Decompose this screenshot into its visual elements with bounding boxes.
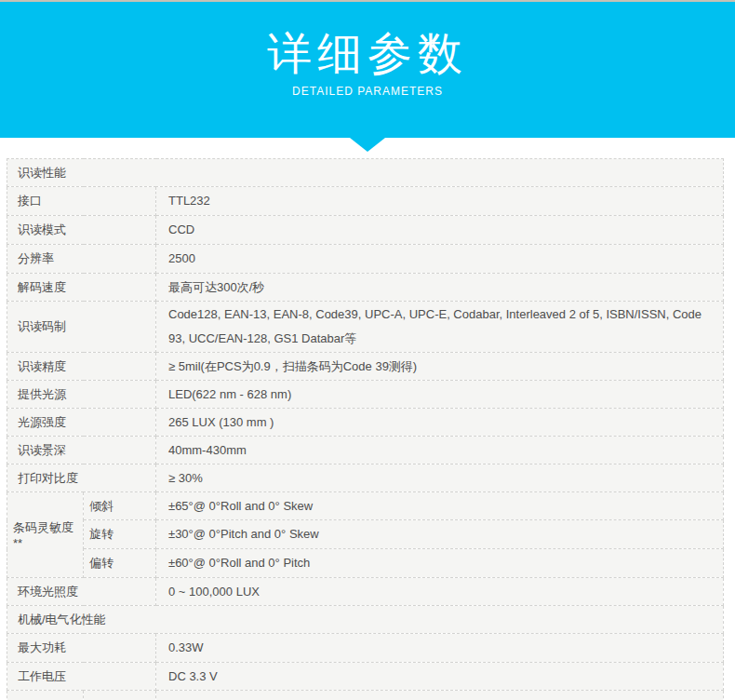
table-row: 分辨率 2500 — [7, 245, 724, 274]
spec-label: 识读景深 — [7, 437, 156, 464]
spec-value: ±30°@ 0°Pitch and 0° Skew — [156, 520, 724, 549]
spec-sub-label: 偏转 — [84, 549, 156, 578]
banner-arrow-down — [350, 138, 385, 152]
spec-value: ±60°@ 0°Roll and 0° Pitch — [156, 549, 724, 578]
spec-value — [156, 691, 724, 700]
spec-table-container: 识读性能 接口 TTL232 识读模式 CCD 分辨率 2500 解码速度 最高… — [7, 158, 735, 700]
spec-sub-label: 旋转 — [84, 520, 156, 549]
spec-table: 识读性能 接口 TTL232 识读模式 CCD 分辨率 2500 解码速度 最高… — [7, 158, 724, 700]
spec-group-label: 条码灵敏度** — [7, 492, 84, 578]
table-row-grouped: 旋转 ±30°@ 0°Pitch and 0° Skew — [7, 520, 724, 549]
table-row: 环境光照度 0 ~ 100,000 LUX — [7, 578, 724, 606]
spec-value: 40mm-430mm — [156, 437, 724, 464]
spec-value: 0.33W — [156, 634, 724, 663]
table-row: 识读码制 Code128, EAN-13, EAN-8, Code39, UPC… — [7, 302, 724, 353]
detail-parameters-banner: 详细参数 DETAILED PARAMETERS — [0, 2, 735, 138]
spec-label: 分辨率 — [7, 245, 156, 274]
spec-label: 接口 — [7, 187, 156, 216]
spec-sub-label — [84, 691, 156, 700]
table-row-grouped: 条码灵敏度** 倾斜 ±65°@ 0°Roll and 0° Skew — [7, 492, 724, 520]
table-row: 识读模式 CCD — [7, 216, 724, 245]
spec-value: DC 3.3 V — [156, 663, 724, 691]
spec-label: 环境光照度 — [7, 578, 156, 606]
spec-value: CCD — [156, 216, 724, 245]
spec-value: ±65°@ 0°Roll and 0° Skew — [156, 492, 724, 520]
spec-value: TTL232 — [156, 187, 724, 216]
table-row-grouped: 偏转 ±60°@ 0°Roll and 0° Pitch — [7, 549, 724, 578]
spec-value: 2500 — [156, 245, 724, 274]
section-row: 识读性能 — [7, 159, 724, 187]
table-row: 提供光源 LED(622 nm - 628 nm) — [7, 381, 724, 409]
spec-value: LED(622 nm - 628 nm) — [156, 381, 724, 409]
spec-value: ≥ 5mil(在PCS为0.9，扫描条码为Code 39测得) — [156, 353, 724, 381]
table-row: 光源强度 265 LUX (130 mm ) — [7, 409, 724, 437]
spec-label: 最大功耗 — [7, 634, 156, 663]
spec-group-label — [7, 691, 84, 700]
table-row: 解码速度 最高可达300次/秒 — [7, 274, 724, 302]
spec-label: 解码速度 — [7, 274, 156, 302]
table-row: 打印对比度 ≥ 30% — [7, 464, 724, 492]
spec-sub-label: 倾斜 — [84, 492, 156, 520]
spec-value: 0 ~ 100,000 LUX — [156, 578, 724, 606]
spec-label: 识读模式 — [7, 216, 156, 245]
table-row: 接口 TTL232 — [7, 187, 724, 216]
spec-label: 提供光源 — [7, 381, 156, 409]
section-title: 机械/电气化性能 — [7, 606, 724, 634]
banner-subtitle: DETAILED PARAMETERS — [0, 85, 735, 98]
spec-value: 265 LUX (130 mm ) — [156, 409, 724, 437]
spec-label: 打印对比度 — [7, 464, 156, 492]
section-title: 识读性能 — [7, 159, 724, 187]
spec-label: 光源强度 — [7, 409, 156, 437]
spec-label: 识读精度 — [7, 353, 156, 381]
spec-value: ≥ 30% — [156, 464, 724, 492]
table-row: 识读景深 40mm-430mm — [7, 437, 724, 464]
table-row: 最大功耗 0.33W — [7, 634, 724, 663]
spec-value: Code128, EAN-13, EAN-8, Code39, UPC-A, U… — [156, 302, 724, 353]
banner-title: 详细参数 — [0, 2, 735, 78]
table-row: 工作电压 DC 3.3 V — [7, 663, 724, 691]
spec-value: 最高可达300次/秒 — [156, 274, 724, 302]
section-row: 机械/电气化性能 — [7, 606, 724, 634]
table-row: 识读精度 ≥ 5mil(在PCS为0.9，扫描条码为Code 39测得) — [7, 353, 724, 381]
table-row-partial — [7, 691, 724, 700]
spec-label: 工作电压 — [7, 663, 156, 691]
spec-label: 识读码制 — [7, 302, 156, 353]
